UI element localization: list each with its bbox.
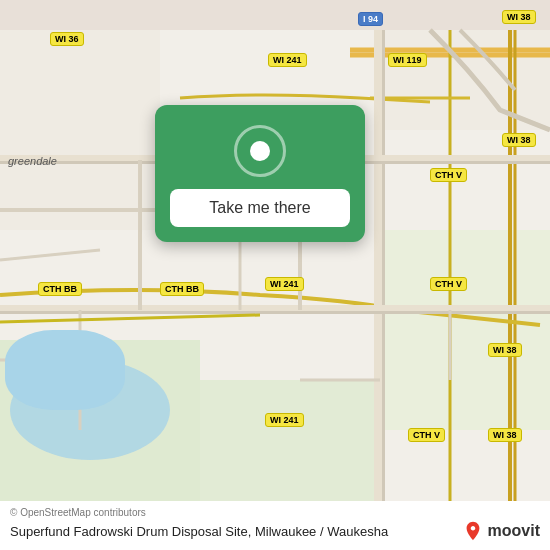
road-badge-cthv-mid: CTH V — [430, 277, 467, 291]
road-badge-i94: I 94 — [358, 12, 383, 26]
moovit-logo: moovit — [462, 520, 540, 542]
road-badge-wi241-mid: WI 241 — [265, 277, 304, 291]
road-badge-wi38-3: WI 38 — [488, 343, 522, 357]
road-badge-wi38-mid: WI 38 — [502, 133, 536, 147]
location-name: Superfund Fadrowski Drum Disposal Site, … — [10, 524, 462, 539]
moovit-label: moovit — [488, 522, 540, 540]
svg-rect-3 — [380, 230, 550, 430]
bottom-bar: © OpenStreetMap contributors Superfund F… — [0, 501, 550, 550]
svg-rect-5 — [0, 30, 160, 230]
road-badge-cthbb-left: CTH BB — [38, 282, 82, 296]
road-badge-cthv-top: CTH V — [430, 168, 467, 182]
pin-inner-dot — [250, 141, 270, 161]
road-badge-cthv-low: CTH V — [408, 428, 445, 442]
road-badge-cthbb-right: CTH BB — [160, 282, 204, 296]
road-badge-wi119: WI 119 — [388, 53, 427, 67]
copyright-text: © OpenStreetMap contributors — [10, 507, 540, 518]
road-badge-wi38-top: WI 38 — [502, 10, 536, 24]
road-badge-wi36: WI 36 — [50, 32, 84, 46]
svg-rect-2 — [200, 380, 380, 520]
moovit-icon — [462, 520, 484, 542]
take-me-there-button[interactable]: Take me there — [170, 189, 350, 227]
greendale-label: greendale — [8, 155, 57, 167]
map-roads — [0, 0, 550, 550]
location-pin-circle — [234, 125, 286, 177]
location-info: Superfund Fadrowski Drum Disposal Site, … — [10, 520, 540, 542]
svg-rect-6 — [380, 30, 550, 130]
road-badge-wi38-4: WI 38 — [488, 428, 522, 442]
map-container: WI 36 I 94 WI 38 WI 38 WI 38 WI 38 WI 24… — [0, 0, 550, 550]
location-card: Take me there — [155, 105, 365, 242]
road-badge-wi241-low: WI 241 — [265, 413, 304, 427]
water-body — [5, 330, 125, 410]
road-badge-wi241-top: WI 241 — [268, 53, 307, 67]
